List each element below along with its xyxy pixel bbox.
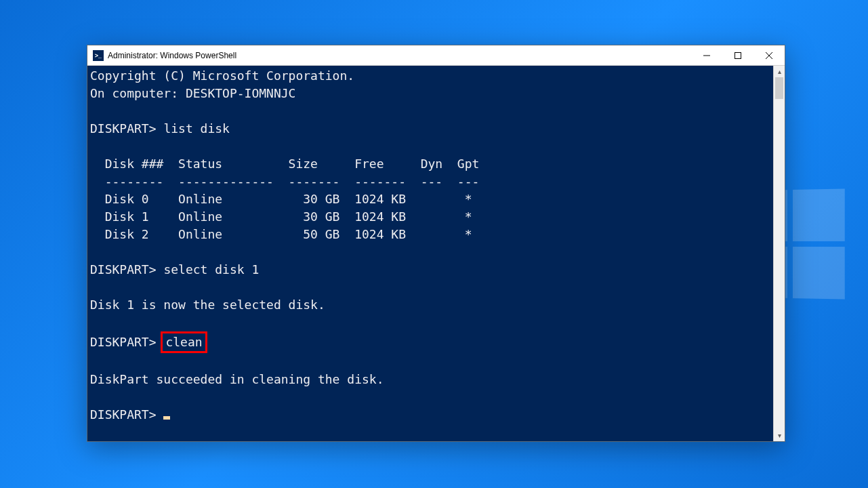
prompt: DISKPART>: [90, 262, 157, 277]
close-button[interactable]: [753, 45, 785, 66]
terminal-output[interactable]: Copyright (C) Microsoft Corporation. On …: [87, 66, 773, 441]
close-icon: [766, 52, 772, 59]
scrollbar-thumb[interactable]: [775, 77, 783, 99]
cmd-list-disk: list disk: [163, 121, 230, 136]
scroll-down-arrow[interactable]: ▾: [774, 430, 785, 441]
msg-selected: Disk 1 is now the selected disk.: [90, 298, 325, 312]
scroll-up-arrow[interactable]: ▴: [774, 66, 785, 77]
msg-clean-success: DiskPart succeeded in cleaning the disk.: [90, 372, 384, 386]
window-title: Administrator: Windows PowerShell: [108, 51, 236, 60]
vertical-scrollbar[interactable]: ▴ ▾: [773, 66, 785, 441]
powershell-window: >_ Administrator: Windows PowerShell Cop…: [87, 45, 785, 442]
minimize-button[interactable]: [691, 45, 722, 66]
terminal-cursor: [163, 416, 170, 420]
copyright-line: Copyright (C) Microsoft Corporation.: [90, 68, 354, 83]
disk-row: Disk 1 Online 30 GB 1024 KB *: [90, 209, 472, 224]
minimize-icon: [703, 52, 710, 59]
computer-line: On computer: DESKTOP-IOMNNJC: [90, 86, 295, 100]
svg-rect-1: [735, 52, 741, 58]
prompt: DISKPART>: [90, 121, 157, 136]
disk-table-divider: -------- ------------- ------- ------- -…: [90, 174, 479, 188]
maximize-button[interactable]: [722, 45, 753, 66]
disk-table-header: Disk ### Status Size Free Dyn Gpt: [90, 157, 479, 171]
disk-row: Disk 2 Online 50 GB 1024 KB *: [90, 227, 472, 241]
cmd-select-disk: select disk 1: [163, 262, 259, 277]
maximize-icon: [735, 52, 741, 59]
prompt: DISKPART>: [90, 335, 157, 349]
powershell-icon: >_: [93, 50, 104, 61]
titlebar[interactable]: >_ Administrator: Windows PowerShell: [87, 45, 785, 66]
prompt: DISKPART>: [90, 407, 157, 422]
highlighted-clean-command: clean: [161, 331, 207, 353]
disk-row: Disk 0 Online 30 GB 1024 KB *: [90, 192, 472, 206]
